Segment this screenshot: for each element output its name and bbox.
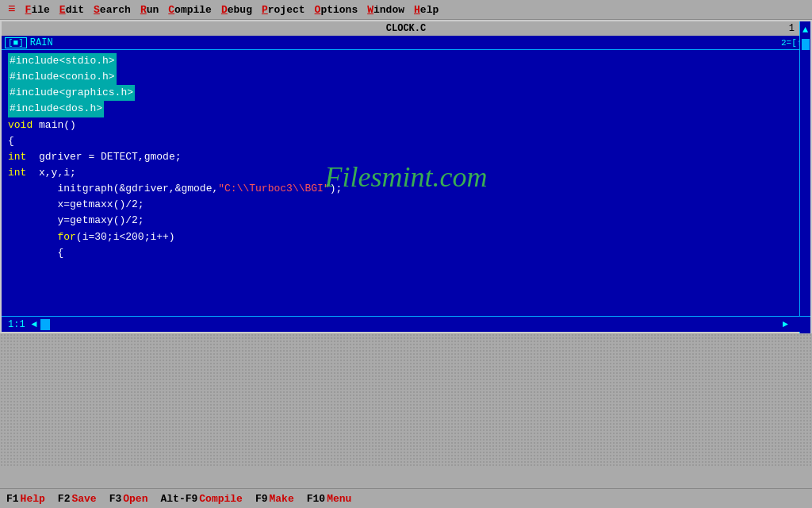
editor-controls: [■] RAIN 2=[↑] — [2, 36, 810, 50]
menu-run[interactable]: Run — [136, 2, 163, 17]
code-line-13: { — [8, 245, 804, 261]
menu-search[interactable]: Search — [89, 2, 136, 17]
code-line-12: for(i=30;i<200;i++) — [8, 229, 804, 245]
title-bar: CLOCK.C 1 — [2, 21, 810, 36]
window-number: 1 — [789, 23, 795, 34]
editor-title: CLOCK.C — [386, 23, 426, 34]
code-line-8: int x,y,i; — [8, 165, 804, 181]
cursor-position: 1:1 — [8, 319, 25, 330]
code-line-1: #include<stdio.h> — [8, 53, 804, 69]
menu-debug[interactable]: Debug — [216, 2, 257, 17]
menu-compile[interactable]: Compile — [163, 2, 216, 17]
scroll-thumb[interactable] — [802, 39, 810, 50]
window-close-control[interactable]: [■] — [5, 37, 27, 48]
bottom-status-bar: F1 Help F2 Save F3 Open Alt-F9 Compile F… — [0, 488, 812, 508]
horizontal-scroll-indicator[interactable]: ◄ — [32, 319, 50, 330]
menu-edit[interactable]: Edit — [55, 2, 89, 17]
scroll-up-arrow[interactable]: ▲ — [802, 25, 808, 36]
menu-project[interactable]: Project — [257, 2, 310, 17]
code-line-4: #include<dos.h> — [8, 101, 804, 117]
altf9-label[interactable]: Compile — [199, 493, 243, 505]
code-line-5: void main() — [8, 117, 804, 133]
editor-container: CLOCK.C 1 [■] RAIN 2=[↑] #include<stdio.… — [0, 20, 812, 333]
menu-window[interactable]: Window — [362, 2, 409, 17]
menu-options[interactable]: Options — [310, 2, 363, 17]
f2-key: F2 — [58, 493, 71, 505]
scrollbar-vertical[interactable]: ▲ ▼ — [799, 21, 810, 335]
f3-label[interactable]: Open — [123, 493, 147, 505]
code-line-11: y=getmaxy()/2; — [8, 213, 804, 229]
f3-key: F3 — [109, 493, 122, 505]
editor-filename: RAIN — [30, 37, 53, 48]
f9-label[interactable]: Make — [270, 493, 294, 505]
f9-key: F9 — [255, 493, 268, 505]
code-area[interactable]: #include<stdio.h> #include<conio.h> #inc… — [2, 50, 810, 264]
code-line-7: int gdriver = DETECT,gmode; — [8, 149, 804, 165]
editor-status-bar: 1:1 ◄ ► — [2, 316, 810, 332]
menu-help[interactable]: Help — [409, 2, 443, 17]
f10-key: F10 — [307, 493, 325, 505]
f1-label[interactable]: Help — [21, 493, 45, 505]
hamburger-menu[interactable]: ≡ — [3, 1, 21, 18]
scroll-right-arrow[interactable]: ► — [783, 319, 788, 330]
code-line-3: #include<graphics.h> — [8, 85, 804, 101]
bottom-area — [0, 333, 812, 466]
code-line-9: initgraph(&gdriver,&gmode,"C:\\Turboc3\\… — [8, 181, 804, 197]
f2-label[interactable]: Save — [71, 493, 96, 505]
menu-file[interactable]: File — [21, 2, 55, 17]
f10-label[interactable]: Menu — [327, 493, 351, 505]
altf9-key: Alt-F9 — [160, 493, 197, 505]
menu-bar: ≡ File Edit Search Run Compile Debug Pro… — [0, 0, 812, 20]
f1-key: F1 — [6, 493, 19, 505]
code-line-2: #include<conio.h> — [8, 69, 804, 85]
scroll-box[interactable] — [40, 319, 50, 330]
code-line-10: x=getmaxx()/2; — [8, 197, 804, 213]
code-line-6: { — [8, 133, 804, 149]
